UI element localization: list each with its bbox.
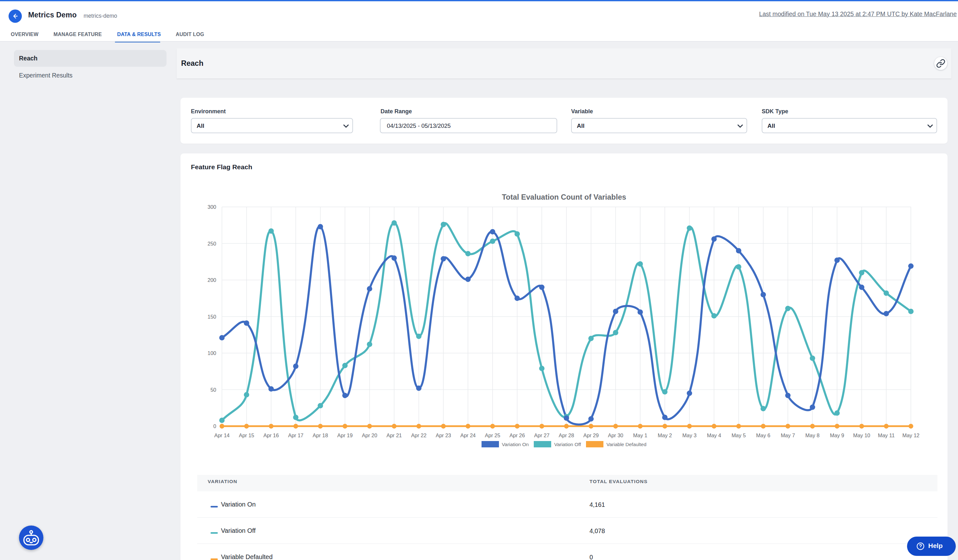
svg-text:250: 250 <box>207 241 216 247</box>
svg-text:Apr 28: Apr 28 <box>559 432 574 438</box>
svg-text:200: 200 <box>207 277 216 283</box>
svg-text:May 12: May 12 <box>902 432 919 438</box>
svg-text:Apr 15: Apr 15 <box>239 432 254 438</box>
svg-text:0: 0 <box>213 423 216 429</box>
svg-text:Apr 30: Apr 30 <box>608 432 623 438</box>
svg-text:May 9: May 9 <box>830 432 844 438</box>
svg-text:May 4: May 4 <box>707 432 721 438</box>
svg-text:Apr 22: Apr 22 <box>411 432 427 438</box>
svg-text:Apr 25: Apr 25 <box>485 432 501 438</box>
svg-text:50: 50 <box>211 387 216 392</box>
svg-text:Apr 21: Apr 21 <box>387 432 402 438</box>
svg-text:Apr 29: Apr 29 <box>583 432 599 438</box>
svg-text:Apr 20: Apr 20 <box>362 432 377 438</box>
svg-text:May 7: May 7 <box>781 432 795 438</box>
svg-text:May 1: May 1 <box>633 432 647 438</box>
svg-text:May 2: May 2 <box>658 432 672 438</box>
svg-text:May 3: May 3 <box>682 432 696 438</box>
svg-text:Apr 16: Apr 16 <box>263 432 279 438</box>
svg-text:100: 100 <box>207 350 216 356</box>
svg-text:May 11: May 11 <box>878 432 895 438</box>
svg-text:May 10: May 10 <box>853 432 870 438</box>
svg-text:Apr 17: Apr 17 <box>288 432 304 438</box>
svg-text:Apr 23: Apr 23 <box>436 432 451 438</box>
svg-text:Apr 14: Apr 14 <box>214 432 230 438</box>
svg-text:Apr 26: Apr 26 <box>509 432 525 438</box>
svg-text:May 6: May 6 <box>756 432 770 438</box>
svg-text:Apr 27: Apr 27 <box>534 432 550 438</box>
svg-text:May 5: May 5 <box>732 432 746 438</box>
svg-text:Apr 24: Apr 24 <box>460 432 476 438</box>
svg-text:300: 300 <box>207 204 216 210</box>
svg-text:Apr 18: Apr 18 <box>313 432 328 438</box>
svg-text:Apr 19: Apr 19 <box>337 432 353 438</box>
svg-text:150: 150 <box>207 314 216 320</box>
svg-text:May 8: May 8 <box>806 432 820 438</box>
